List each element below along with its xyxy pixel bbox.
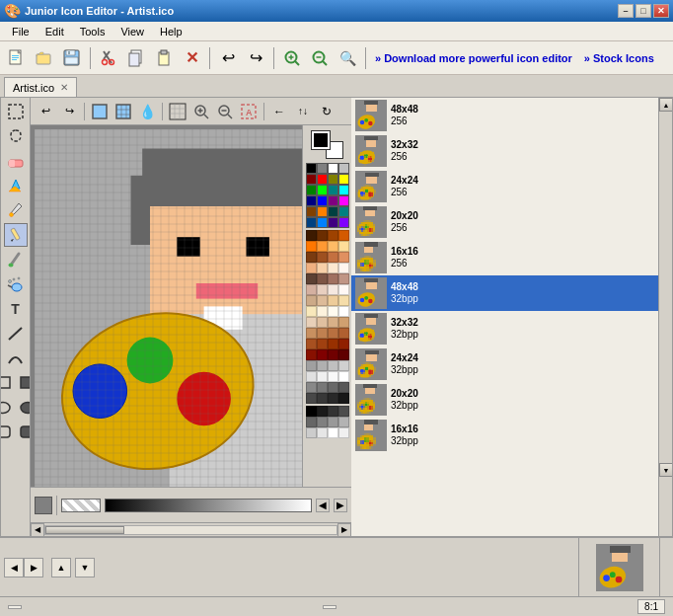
- palette-color[interactable]: [306, 230, 317, 241]
- toolbar-color-picker[interactable]: 🔍: [335, 45, 360, 71]
- icon-size-item[interactable]: 24x2432bpp: [351, 346, 658, 382]
- tool-rect-outline[interactable]: [1, 371, 15, 395]
- tool-line[interactable]: [4, 322, 28, 346]
- palette-color[interactable]: [306, 295, 317, 306]
- palette-color[interactable]: [306, 252, 317, 263]
- icon-size-item[interactable]: 16x16256: [351, 240, 658, 275]
- palette-color[interactable]: [306, 328, 317, 339]
- palette-color[interactable]: [338, 393, 349, 404]
- palette-color[interactable]: [317, 241, 328, 252]
- palette-color[interactable]: [328, 339, 338, 349]
- palette-color[interactable]: [338, 252, 349, 263]
- toolbar-open[interactable]: [32, 45, 57, 71]
- palette-color[interactable]: [306, 339, 317, 349]
- palette-color[interactable]: [317, 252, 328, 263]
- palette-color[interactable]: [338, 195, 349, 206]
- icon-canvas[interactable]: [35, 129, 302, 487]
- vscroll-down[interactable]: ▼: [659, 463, 672, 477]
- hscroll-right[interactable]: ▶: [337, 523, 351, 537]
- palette-color[interactable]: [317, 185, 328, 195]
- palette-color[interactable]: [338, 241, 349, 252]
- palette-color[interactable]: [306, 206, 317, 217]
- palette-color[interactable]: [328, 284, 338, 295]
- hscroll-thumb[interactable]: [45, 526, 124, 534]
- palette-color[interactable]: [317, 163, 328, 174]
- icon-tool-flip-v[interactable]: ↑↓: [292, 101, 314, 122]
- palette-color[interactable]: [317, 317, 328, 328]
- tool-lasso[interactable]: [4, 124, 28, 148]
- gradient-slider[interactable]: [105, 499, 312, 512]
- palette-color[interactable]: [306, 393, 317, 404]
- toolbar-zoom-in[interactable]: [279, 45, 305, 71]
- palette-color[interactable]: [317, 306, 328, 317]
- bottom-nav-down[interactable]: ▼: [75, 558, 95, 578]
- palette-color[interactable]: [306, 174, 317, 185]
- palette-color[interactable]: [328, 163, 338, 174]
- icon-size-item[interactable]: 20x20256: [351, 204, 658, 240]
- palette-color[interactable]: [317, 230, 328, 241]
- bottom-nav-up[interactable]: ▲: [51, 558, 71, 578]
- palette-color[interactable]: [328, 417, 338, 427]
- icon-tool-grid-view[interactable]: [112, 101, 134, 122]
- icon-tool-grid-toggle[interactable]: [167, 101, 188, 122]
- palette-color[interactable]: [306, 217, 317, 228]
- palette-color[interactable]: [328, 328, 338, 339]
- scrollbar-left[interactable]: ◀: [316, 499, 330, 512]
- palette-color[interactable]: [306, 371, 317, 382]
- palette-color[interactable]: [306, 241, 317, 252]
- palette-color[interactable]: [317, 382, 328, 393]
- palette-color[interactable]: [306, 273, 317, 284]
- toolbar-redo[interactable]: ↪: [243, 45, 268, 71]
- tab-artist-ico[interactable]: Artist.ico ✕: [4, 77, 77, 97]
- palette-color[interactable]: [306, 195, 317, 206]
- icon-tool-rotate[interactable]: ↻: [316, 101, 337, 122]
- icon-tool-water[interactable]: 💧: [136, 101, 158, 122]
- tool-text[interactable]: T: [4, 297, 28, 321]
- palette-color[interactable]: [328, 273, 338, 284]
- palette-color[interactable]: [328, 185, 338, 195]
- palette-color[interactable]: [338, 417, 349, 427]
- palette-color[interactable]: [338, 185, 349, 195]
- palette-color[interactable]: [338, 284, 349, 295]
- palette-color[interactable]: [328, 217, 338, 228]
- icon-size-item[interactable]: 32x32256: [351, 133, 658, 169]
- toolbar-paste[interactable]: [151, 45, 177, 71]
- palette-color[interactable]: [306, 306, 317, 317]
- palette-color[interactable]: [306, 360, 317, 371]
- palette-color[interactable]: [338, 349, 349, 360]
- tool-ellipse-filled[interactable]: [16, 396, 31, 420]
- icon-tool-redo[interactable]: ↪: [58, 101, 80, 122]
- tab-close-button[interactable]: ✕: [60, 82, 68, 93]
- palette-color[interactable]: [338, 339, 349, 349]
- right-scrollbar[interactable]: ▲ ▼: [658, 98, 672, 536]
- palette-color[interactable]: [328, 382, 338, 393]
- tool-pencil[interactable]: [4, 223, 28, 247]
- palette-color[interactable]: [328, 317, 338, 328]
- palette-color[interactable]: [328, 252, 338, 263]
- toolbar-cut[interactable]: [96, 45, 121, 71]
- palette-color[interactable]: [338, 273, 349, 284]
- palette-color[interactable]: [317, 273, 328, 284]
- palette-color[interactable]: [338, 306, 349, 317]
- stock-icons-link[interactable]: » Stock Icons: [580, 52, 658, 64]
- maximize-button[interactable]: □: [636, 4, 651, 18]
- toolbar-zoom-out[interactable]: [307, 45, 333, 71]
- palette-color[interactable]: [328, 306, 338, 317]
- icon-size-item[interactable]: 20x2032bpp: [351, 382, 658, 418]
- tool-eyedropper[interactable]: [4, 198, 28, 222]
- palette-color[interactable]: [338, 263, 349, 273]
- tool-curve[interactable]: [4, 346, 28, 370]
- palette-color[interactable]: [328, 360, 338, 371]
- palette-color[interactable]: [317, 349, 328, 360]
- palette-color[interactable]: [338, 427, 349, 438]
- palette-color[interactable]: [328, 406, 338, 417]
- close-button[interactable]: ✕: [653, 4, 669, 18]
- icon-tool-undo[interactable]: ↩: [35, 101, 56, 122]
- palette-color[interactable]: [306, 382, 317, 393]
- transparent-swatch[interactable]: [61, 499, 101, 512]
- palette-color[interactable]: [338, 406, 349, 417]
- canvas-wrapper[interactable]: [31, 125, 302, 487]
- tool-select-rect[interactable]: [4, 100, 28, 123]
- menu-view[interactable]: View: [112, 24, 152, 39]
- toolbar-copy[interactable]: [123, 45, 149, 71]
